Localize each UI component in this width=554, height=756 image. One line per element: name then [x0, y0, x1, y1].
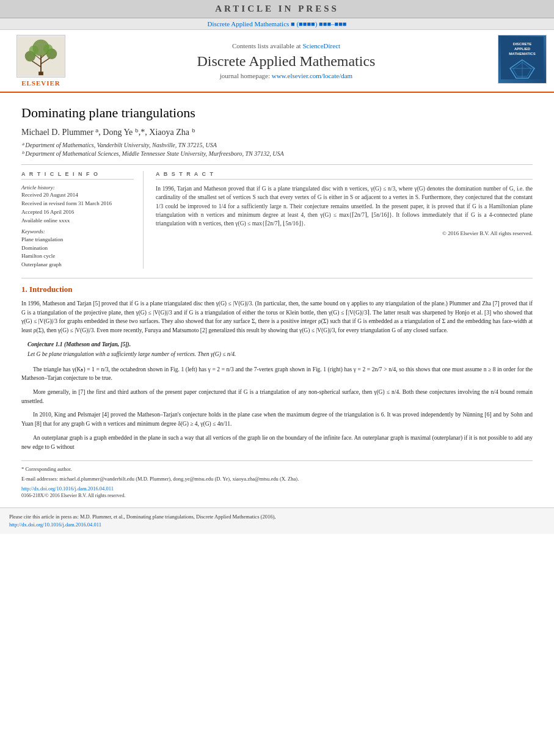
article-info-column: A R T I C L E I N F O Article history: R… [21, 171, 144, 269]
science-direct-prefix: Contents lists available at [232, 42, 302, 49]
conjecture-title: Conjecture 1.1 (Matheson and Tarjan, [5]… [27, 341, 527, 347]
section1-para1: In 1996, Matheson and Tarjan [5] proved … [21, 299, 533, 335]
keywords-label: Keywords: [21, 228, 134, 234]
article-in-press-banner: ARTICLE IN PRESS [0, 0, 554, 18]
svg-text:APPLIED: APPLIED [514, 47, 531, 51]
bottom-citation-bar: Please cite this article in press as: M.… [0, 507, 554, 534]
conjecture-block: Conjecture 1.1 (Matheson and Tarjan, [5]… [21, 341, 533, 359]
journal-ref-text: Discrete Applied Mathematics [208, 20, 290, 27]
email-line-text: E-mail addresses: michael.d.plummer@vand… [21, 476, 299, 482]
svg-point-9 [29, 45, 39, 55]
science-direct-line: Contents lists available at ScienceDirec… [232, 42, 340, 49]
svg-text:MATHEMATICS: MATHEMATICS [509, 52, 535, 56]
divider-1 [21, 164, 533, 165]
keyword-2: Domination [21, 244, 134, 253]
email-line: E-mail addresses: michael.d.plummer@vand… [21, 476, 533, 483]
section1-para3: More generally, in [7] the first and thi… [21, 388, 533, 405]
elsevier-wordmark: ELSEVIER [21, 79, 60, 87]
doi-anchor[interactable]: http://dx.doi.org/10.1016/j.dam.2016.04.… [21, 485, 114, 492]
journal-homepage-line: journal homepage: www.elsevier.com/locat… [220, 72, 352, 79]
section-1: 1. Introduction In 1996, Matheson and Ta… [21, 285, 533, 451]
journal-cover-icon: DISCRETE APPLIED MATHEMATICS [498, 35, 547, 84]
elsevier-logo: ELSEVIER [7, 35, 75, 87]
homepage-url[interactable]: www.elsevier.com/locate/dam [272, 72, 352, 79]
issn-line: 0166-218X/© 2016 Elsevier B.V. All right… [21, 493, 533, 498]
section1-para5: An outerplanar graph is a graph embedded… [21, 434, 533, 451]
bottom-bar-text: Please cite this article in press as: M.… [9, 514, 275, 520]
affiliation-a: ᵃ Department of Mathematics, Vanderbilt … [21, 141, 533, 150]
received-1: Received 20 August 2014 [21, 192, 134, 198]
abstract-column: A B S T R A C T In 1996, Tarjan and Math… [156, 171, 533, 269]
conjecture-label: Conjecture 1.1 [27, 341, 63, 347]
journal-icon-text: DISCRETE APPLIED MATHEMATICS [501, 37, 544, 81]
section1-para2: The triangle has γ(K₃) = 1 = n/3, the oc… [21, 365, 533, 383]
main-content: Dominating plane triangulations Michael … [0, 93, 554, 507]
keyword-3: Hamilton cycle [21, 252, 134, 261]
abstract-text: In 1996, Tarjan and Matheson proved that… [156, 184, 533, 228]
journal-title-center: Contents lists available at ScienceDirec… [81, 35, 492, 87]
accepted: Accepted 16 April 2016 [21, 209, 134, 215]
available-online: Available online xxxx [21, 217, 134, 224]
section1-para4: In 2010, King and Pelsmajer [4] proved t… [21, 410, 533, 428]
journal-main-title: Discrete Applied Mathematics [197, 53, 376, 70]
footnotes-section: * Corresponding author. E-mail addresses… [21, 460, 533, 498]
journal-icon-svg: DISCRETE APPLIED MATHEMATICS [501, 37, 544, 79]
article-title: Dominating plane triangulations [21, 105, 533, 121]
divider-2 [21, 278, 533, 278]
journal-header: ELSEVIER Contents lists available at Sci… [0, 30, 554, 93]
doi-link: http://dx.doi.org/10.1016/j.dam.2016.04.… [21, 485, 533, 492]
keyword-1: Plane triangulation [21, 236, 134, 244]
article-info-header: A R T I C L E I N F O [21, 171, 134, 180]
affiliation-b: ᵇ Department of Mathematical Sciences, M… [21, 150, 533, 158]
affiliations: ᵃ Department of Mathematics, Vanderbilt … [21, 141, 533, 158]
journal-ref-suffix: ■ (■■■■) ■■■–■■■ [291, 20, 346, 27]
svg-rect-11 [38, 71, 43, 75]
bottom-bar-url[interactable]: http://dx.doi.org/10.1016/j.dam.2016.04.… [9, 522, 101, 528]
banner-text: ARTICLE IN PRESS [215, 4, 339, 13]
page: ARTICLE IN PRESS Discrete Applied Mathem… [0, 0, 554, 756]
tree-svg [17, 37, 65, 76]
abstract-copyright: © 2016 Elsevier B.V. All rights reserved… [156, 230, 533, 236]
received-2: Received in revised form 31 March 2016 [21, 200, 134, 206]
conjecture-text: Let G be plane triangulation with a suff… [27, 350, 527, 359]
abstract-header: A B S T R A C T [156, 171, 533, 180]
svg-text:DISCRETE: DISCRETE [513, 42, 531, 46]
conjecture-source: (Matheson and Tarjan, [5]). [64, 341, 131, 347]
corresponding-note: * Corresponding author. [21, 466, 533, 473]
science-direct-link[interactable]: ScienceDirect [302, 42, 340, 49]
homepage-prefix: journal homepage: [220, 72, 272, 79]
section-1-title: 1. Introduction [21, 285, 533, 294]
elsevier-tree-image [16, 35, 65, 78]
journal-ref-bar: Discrete Applied Mathematics ■ (■■■■) ■■… [0, 18, 554, 30]
authors-line: Michael D. Plummer ᵃ, Dong Ye ᵇ,*, Xiaoy… [21, 127, 533, 137]
article-info-abstract: A R T I C L E I N F O Article history: R… [21, 171, 533, 269]
history-label: Article history: [21, 184, 134, 191]
keyword-4: Outerplanar graph [21, 261, 134, 269]
svg-point-10 [43, 44, 53, 54]
authors-text: Michael D. Plummer ᵃ, Dong Ye ᵇ,*, Xiaoy… [21, 128, 195, 137]
journal-ref-link[interactable]: Discrete Applied Mathematics ■ (■■■■) ■■… [208, 20, 347, 27]
